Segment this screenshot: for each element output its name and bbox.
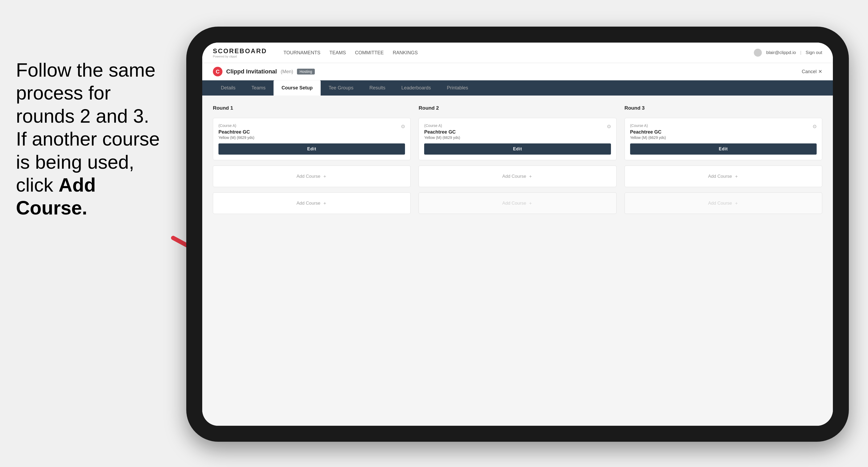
course-detail-r3: Yellow (M) (6629 yds) bbox=[630, 135, 817, 140]
round-2-course-card: (Course A) ⊙ Peachtree GC Yellow (M) (66… bbox=[418, 118, 616, 160]
add-course-text-r1-1: Add Course ＋ bbox=[297, 173, 327, 179]
nav-links: TOURNAMENTS TEAMS COMMITTEE RANKINGS bbox=[283, 49, 743, 57]
plus-icon-r1-2: ＋ bbox=[322, 200, 327, 206]
add-course-text-r3-1: Add Course ＋ bbox=[708, 173, 739, 179]
instruction-line5: is being used, bbox=[16, 151, 134, 173]
course-name-r3: Peachtree GC bbox=[630, 129, 817, 135]
instruction-panel: Follow the same process for rounds 2 and… bbox=[0, 48, 186, 230]
round-1-course-card: (Course A) ⊙ Peachtree GC Yellow (M) (66… bbox=[213, 118, 411, 160]
nav-link-teams[interactable]: TEAMS bbox=[329, 49, 346, 57]
tab-tee-groups[interactable]: Tee Groups bbox=[321, 81, 361, 96]
round-2-title: Round 2 bbox=[418, 105, 616, 111]
add-course-r1-slot2[interactable]: Add Course ＋ bbox=[213, 192, 411, 214]
sub-header-left: C Clippd Invitational (Men) Hosting bbox=[213, 67, 315, 76]
add-course-text-r2-2: Add Course ＋ bbox=[502, 200, 533, 206]
user-email: blair@clippd.io bbox=[766, 50, 796, 55]
course-detail-r2: Yellow (M) (6629 yds) bbox=[424, 135, 611, 140]
add-course-text-r2-1: Add Course ＋ bbox=[502, 173, 533, 179]
tab-course-setup[interactable]: Course Setup bbox=[274, 81, 321, 96]
delete-course-r2[interactable]: ⊙ bbox=[607, 123, 611, 129]
tablet-frame: SCOREBOARD Powered by clippd TOURNAMENTS… bbox=[186, 27, 849, 442]
add-course-r3-slot2: Add Course ＋ bbox=[624, 192, 822, 214]
round-3-course-card: (Course A) ⊙ Peachtree GC Yellow (M) (66… bbox=[624, 118, 822, 160]
instruction-line1: Follow the same bbox=[16, 59, 155, 81]
logo-scoreboard: SCOREBOARD bbox=[213, 48, 267, 55]
tournament-type: (Men) bbox=[281, 69, 293, 74]
main-content: Round 1 (Course A) ⊙ Peachtree GC Yellow… bbox=[202, 96, 833, 426]
course-a-label-r3: (Course A) bbox=[630, 123, 648, 128]
add-course-r2-slot1[interactable]: Add Course ＋ bbox=[418, 165, 616, 187]
instruction-line6-normal: click bbox=[16, 174, 59, 195]
nav-right: blair@clippd.io | Sign out bbox=[754, 49, 822, 57]
tab-printables[interactable]: Printables bbox=[439, 81, 476, 96]
tab-results[interactable]: Results bbox=[361, 81, 393, 96]
delete-course-r3[interactable]: ⊙ bbox=[813, 123, 817, 129]
round-1-title: Round 1 bbox=[213, 105, 411, 111]
tab-teams[interactable]: Teams bbox=[244, 81, 274, 96]
nav-link-committee[interactable]: COMMITTEE bbox=[354, 49, 384, 57]
nav-avatar bbox=[754, 49, 762, 57]
cancel-button[interactable]: Cancel ✕ bbox=[802, 69, 822, 74]
brand-icon: C bbox=[213, 67, 222, 76]
round-1-column: Round 1 (Course A) ⊙ Peachtree GC Yellow… bbox=[213, 105, 411, 214]
course-a-label-r2: (Course A) bbox=[424, 123, 442, 128]
tablet-screen: SCOREBOARD Powered by clippd TOURNAMENTS… bbox=[202, 42, 833, 426]
cancel-x-icon: ✕ bbox=[818, 69, 822, 74]
tab-bar: Details Teams Course Setup Tee Groups Re… bbox=[202, 81, 833, 96]
add-course-text-r3-2: Add Course ＋ bbox=[708, 200, 739, 206]
plus-icon-r3-2: ＋ bbox=[734, 200, 739, 206]
course-a-label-r1: (Course A) bbox=[218, 123, 236, 128]
card-header: (Course A) ⊙ bbox=[218, 123, 405, 129]
course-name-r2: Peachtree GC bbox=[424, 129, 611, 135]
round-2-column: Round 2 (Course A) ⊙ Peachtree GC Yellow… bbox=[418, 105, 616, 214]
add-course-r3-slot1[interactable]: Add Course ＋ bbox=[624, 165, 822, 187]
edit-course-r2[interactable]: Edit bbox=[424, 144, 611, 155]
card-header-r3: (Course A) ⊙ bbox=[630, 123, 817, 129]
instruction-line4: If another course bbox=[16, 128, 160, 150]
plus-icon-r1-1: ＋ bbox=[322, 173, 327, 179]
nav-link-rankings[interactable]: RANKINGS bbox=[392, 49, 418, 57]
edit-course-r3[interactable]: Edit bbox=[630, 144, 817, 155]
rounds-grid: Round 1 (Course A) ⊙ Peachtree GC Yellow… bbox=[213, 105, 822, 214]
top-nav: SCOREBOARD Powered by clippd TOURNAMENTS… bbox=[202, 42, 833, 63]
nav-link-tournaments[interactable]: TOURNAMENTS bbox=[283, 49, 321, 57]
plus-icon-r2-1: ＋ bbox=[528, 173, 533, 179]
round-3-column: Round 3 (Course A) ⊙ Peachtree GC Yellow… bbox=[624, 105, 822, 214]
plus-icon-r3-1: ＋ bbox=[734, 173, 739, 179]
sign-out-link[interactable]: Sign out bbox=[806, 50, 822, 55]
plus-icon-r2-2: ＋ bbox=[528, 200, 533, 206]
add-course-r1-slot1[interactable]: Add Course ＋ bbox=[213, 165, 411, 187]
add-course-text-r1-2: Add Course ＋ bbox=[297, 200, 327, 206]
card-header-r2: (Course A) ⊙ bbox=[424, 123, 611, 129]
tournament-name: Clippd Invitational bbox=[226, 68, 277, 75]
hosting-badge: Hosting bbox=[297, 69, 315, 74]
tab-details[interactable]: Details bbox=[213, 81, 244, 96]
logo-powered: Powered by clippd bbox=[213, 55, 267, 58]
sub-header: C Clippd Invitational (Men) Hosting Canc… bbox=[202, 63, 833, 81]
delete-course-r1[interactable]: ⊙ bbox=[401, 123, 405, 129]
add-course-r2-slot2: Add Course ＋ bbox=[418, 192, 616, 214]
logo-area: SCOREBOARD Powered by clippd bbox=[213, 48, 267, 58]
instruction-line3: rounds 2 and 3. bbox=[16, 105, 149, 127]
tab-leaderboards[interactable]: Leaderboards bbox=[393, 81, 439, 96]
round-3-title: Round 3 bbox=[624, 105, 822, 111]
course-detail-r1: Yellow (M) (6629 yds) bbox=[218, 135, 405, 140]
instruction-line2: process for bbox=[16, 82, 111, 103]
edit-course-r1[interactable]: Edit bbox=[218, 144, 405, 155]
course-name-r1: Peachtree GC bbox=[218, 129, 405, 135]
